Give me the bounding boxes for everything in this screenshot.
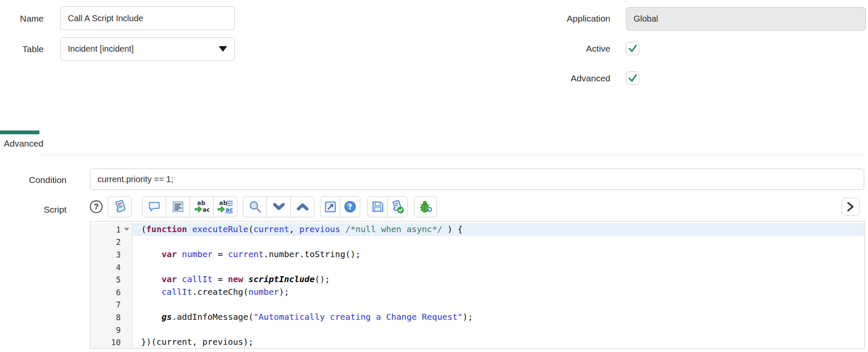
application-field: Global	[626, 7, 866, 30]
line-gutter: 1	[90, 223, 133, 236]
script-label: Script	[0, 204, 67, 215]
line-number: 3	[90, 250, 121, 259]
code-text[interactable]: (function executeRule(current, previous …	[133, 223, 864, 236]
code-line[interactable]: 1(function executeRule(current, previous…	[90, 223, 864, 236]
line-number: 1	[90, 225, 121, 234]
save-button[interactable]	[367, 196, 388, 217]
check-icon	[627, 73, 638, 84]
line-gutter: 8	[90, 311, 133, 324]
replace-all-icon: ab ac	[217, 200, 234, 214]
expand-editor-button[interactable]	[842, 198, 860, 216]
find-next-button[interactable]	[267, 196, 291, 217]
line-number: 7	[90, 300, 121, 309]
tab-divider	[39, 155, 865, 155]
code-text[interactable]: var number = current.number.toString();	[133, 248, 864, 261]
active-checkbox[interactable]	[626, 42, 639, 55]
format-code-button[interactable]	[166, 196, 190, 217]
code-text[interactable]	[133, 236, 864, 249]
comment-button[interactable]	[142, 196, 166, 217]
line-gutter: 9	[90, 324, 133, 336]
help-button[interactable]: ?	[340, 196, 360, 217]
table-value: Incident [incident]	[68, 44, 134, 54]
code-line[interactable]: 6 callIt.createChg(number);	[90, 286, 864, 299]
script-editor[interactable]: 1(function executeRule(current, previous…	[90, 221, 865, 349]
code-text[interactable]: gs.addInfoMessage("Automatically creatin…	[133, 311, 864, 324]
code-line[interactable]: 4	[90, 261, 864, 274]
business-rule-form: Name Call A Script Include Table Inciden…	[0, 0, 868, 352]
expand-chevron-icon	[846, 202, 855, 212]
name-value: Call A Script Include	[68, 14, 143, 23]
code-line[interactable]: 3 var number = current.number.toString()…	[90, 248, 864, 261]
line-number: 9	[90, 325, 121, 335]
debug-button[interactable]	[414, 196, 437, 217]
line-number: 4	[90, 263, 121, 272]
replace-all-button[interactable]: ab ac	[213, 196, 237, 217]
table-label: Table	[0, 44, 44, 55]
application-value: Global	[634, 14, 658, 24]
select-caret-icon	[219, 46, 227, 52]
search-icon	[249, 200, 262, 213]
code-lines: 1(function executeRule(current, previous…	[90, 222, 864, 349]
code-line[interactable]: 5 var callIt = new scriptInclude();	[90, 273, 864, 286]
syntax-editor-button[interactable]	[108, 196, 132, 217]
tab-accent-bar	[0, 130, 39, 134]
code-text[interactable]: })(current, previous);	[133, 336, 864, 349]
help-circle-icon[interactable]: ?	[90, 200, 103, 213]
find-previous-button[interactable]	[290, 196, 314, 217]
code-line[interactable]: 10})(current, previous);	[90, 336, 864, 349]
condition-label: Condition	[0, 175, 67, 186]
svg-text:ac: ac	[225, 206, 233, 213]
condition-input[interactable]: current.priority == 1;	[90, 169, 864, 190]
line-gutter: 5	[90, 273, 133, 286]
application-label: Application	[509, 13, 610, 24]
line-gutter: 2	[90, 236, 133, 249]
line-number: 5	[90, 275, 121, 284]
advanced-label: Advanced	[509, 73, 610, 84]
script-toolbar: ?	[90, 196, 437, 217]
line-gutter: 7	[90, 299, 133, 311]
name-input[interactable]: Call A Script Include	[60, 6, 235, 30]
popout-button[interactable]	[320, 196, 340, 217]
help-filled-icon: ?	[344, 201, 356, 213]
search-button[interactable]	[243, 196, 267, 217]
code-line[interactable]: 7	[90, 299, 864, 311]
line-gutter: 3	[90, 248, 133, 261]
svg-text:ac: ac	[203, 206, 209, 213]
debug-icon	[419, 200, 432, 213]
table-select[interactable]: Incident [incident]	[60, 37, 235, 61]
comment-icon	[148, 201, 160, 212]
save-icon	[372, 201, 384, 213]
check-icon	[627, 43, 638, 54]
condition-value: current.priority == 1;	[97, 175, 173, 184]
fold-caret-icon[interactable]	[124, 228, 129, 231]
code-line[interactable]: 9	[90, 324, 864, 336]
svg-text:ab: ab	[197, 200, 205, 206]
line-gutter: 4	[90, 261, 133, 274]
code-line[interactable]: 2	[90, 236, 864, 249]
validate-script-icon	[391, 200, 404, 213]
line-number: 6	[90, 288, 121, 297]
code-text[interactable]: var callIt = new scriptInclude();	[133, 273, 864, 286]
name-label: Name	[0, 13, 44, 24]
line-number: 8	[90, 313, 121, 322]
find-previous-icon	[297, 202, 309, 211]
code-text[interactable]	[133, 324, 864, 336]
line-gutter: 6	[90, 286, 133, 299]
tab-advanced[interactable]: Advanced	[4, 139, 43, 149]
replace-icon: ab ac	[194, 200, 209, 214]
line-gutter: 10	[90, 336, 133, 349]
line-number: 10	[90, 338, 121, 347]
syntax-editor-icon	[114, 200, 126, 213]
code-text[interactable]	[133, 261, 864, 274]
line-number: 2	[90, 237, 121, 247]
validate-script-button[interactable]	[387, 196, 408, 217]
code-text[interactable]	[133, 299, 864, 311]
active-label: Active	[509, 43, 610, 54]
code-line[interactable]: 8 gs.addInfoMessage("Automatically creat…	[90, 311, 864, 324]
svg-text:ab: ab	[219, 200, 227, 206]
svg-text:?: ?	[348, 202, 352, 211]
code-text[interactable]: callIt.createChg(number);	[133, 286, 864, 299]
advanced-checkbox[interactable]	[626, 72, 639, 85]
format-code-icon	[172, 201, 184, 212]
replace-button[interactable]: ab ac	[189, 196, 214, 217]
